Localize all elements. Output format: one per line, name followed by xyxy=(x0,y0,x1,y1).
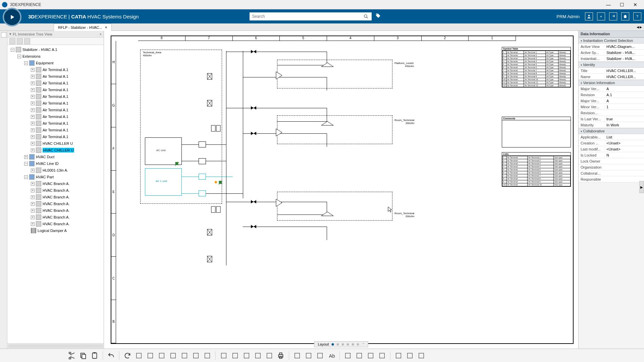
section-instantiation[interactable]: Instantiation Context Selection xyxy=(579,38,644,44)
search-input[interactable] xyxy=(250,12,360,20)
tree-panel-close[interactable]: × xyxy=(100,32,102,36)
tree-chiller-1[interactable]: +HVAC CHILLER U xyxy=(8,140,103,147)
tool-distribute[interactable] xyxy=(417,351,426,360)
tool-cut[interactable] xyxy=(67,351,76,360)
tree-chiller-2-selected[interactable]: +HVAC CHILLER U xyxy=(8,147,103,154)
tab-scroll-left[interactable]: ◀ xyxy=(637,25,639,29)
collapse-right-arrow[interactable]: ▶ xyxy=(639,181,644,193)
add-button[interactable]: + xyxy=(597,12,605,20)
tree-branch[interactable]: +HVAC Branch A. xyxy=(8,200,103,207)
tool-grid-settings[interactable] xyxy=(242,351,251,360)
prop-active-view[interactable]: Active ViewHVAC-Diagram... xyxy=(579,44,644,50)
compass-button[interactable] xyxy=(3,8,21,26)
junction-box[interactable] xyxy=(199,158,206,164)
prop-lock-owner[interactable]: Lock Owner xyxy=(579,158,644,164)
close-window-button[interactable]: ✕ xyxy=(629,0,642,9)
tree-root[interactable]: –Stabilizer - HVAC A.1 xyxy=(8,46,103,53)
tool-link[interactable] xyxy=(253,351,263,360)
prop-responsible[interactable]: Responsible xyxy=(579,176,644,182)
tree-tool-3[interactable] xyxy=(24,38,30,44)
junction-box[interactable] xyxy=(199,141,206,147)
layout-page-dot[interactable] xyxy=(342,343,344,346)
tab-close-button[interactable]: × xyxy=(105,25,107,30)
tool-view-fit[interactable] xyxy=(134,351,144,360)
tool-paste[interactable] xyxy=(90,351,99,360)
prop-active-system[interactable]: Active Sy...Stabilizer - HVA... xyxy=(579,50,644,56)
tree-branch[interactable]: +HVAC Branch A. xyxy=(8,221,103,227)
tool-format[interactable] xyxy=(343,351,353,360)
prop-revision-2[interactable]: Revision... xyxy=(579,110,644,116)
tree-damper[interactable]: Logical Damper A xyxy=(8,227,103,234)
junction-box[interactable] xyxy=(199,190,206,196)
tree-air-terminal[interactable]: +Air Terminal A.1 xyxy=(8,120,103,127)
section-identity[interactable]: Identity xyxy=(579,62,644,68)
tool-route[interactable] xyxy=(203,351,212,360)
share-button[interactable] xyxy=(609,12,617,20)
search-button[interactable] xyxy=(360,12,372,20)
tree-scrollbar[interactable] xyxy=(7,343,104,349)
tree-branch[interactable]: +HVAC Branch A. xyxy=(8,180,103,187)
tool-line-tool[interactable] xyxy=(355,351,364,360)
prop-organization[interactable]: Organization xyxy=(579,164,644,170)
tag-icon[interactable] xyxy=(375,13,381,20)
tree-line-id[interactable]: –HVAC Line ID xyxy=(8,160,103,167)
tree-air-terminal[interactable]: +Air Terminal A.1 xyxy=(8,86,103,93)
prop-instantiation[interactable]: Instantiati...Stabilizer - HVA... xyxy=(579,56,644,62)
tree-air-terminal[interactable]: +Air Terminal A.1 xyxy=(8,100,103,107)
layout-expand-icon[interactable]: ⌃ xyxy=(362,343,365,346)
tree-extensions[interactable]: –Extensions xyxy=(8,53,103,60)
tree-air-terminal[interactable]: +Air Terminal A.1 xyxy=(8,133,103,140)
tool-align-nodes[interactable] xyxy=(180,351,189,360)
tree-air-terminal[interactable]: +Air Terminal A.1 xyxy=(8,93,103,100)
tool-show-hide[interactable] xyxy=(304,351,313,360)
tree-equipment[interactable]: –Equipment xyxy=(8,60,103,66)
prop-last-modified[interactable]: Last modif...<Unset> xyxy=(579,146,644,152)
tool-align[interactable] xyxy=(405,351,415,360)
tool-find[interactable] xyxy=(315,351,325,360)
tool-vertical-line[interactable] xyxy=(219,351,228,360)
section-version[interactable]: Version Information xyxy=(579,80,644,86)
tree-air-terminal[interactable]: +Air Terminal A.1 xyxy=(8,113,103,120)
minimize-button[interactable]: — xyxy=(602,0,615,9)
junction-box[interactable] xyxy=(199,174,206,180)
tree-tool-1[interactable] xyxy=(9,38,15,44)
prop-revision[interactable]: RevisionA.1 xyxy=(579,92,644,98)
prop-is-locked[interactable]: Is LockedN xyxy=(579,152,644,158)
maximize-button[interactable]: ☐ xyxy=(615,0,629,9)
tree-air-terminal[interactable]: +Air Terminal A.1 xyxy=(8,127,103,133)
prop-collaborative[interactable]: Collaborat... xyxy=(579,170,644,176)
tab-scroll-right[interactable]: ▶ xyxy=(640,25,642,29)
layout-page-dot[interactable] xyxy=(352,343,354,346)
tool-text[interactable]: Abc xyxy=(327,351,336,360)
tree-air-terminal[interactable]: +Air Terminal A.1 xyxy=(8,66,103,73)
tree-branch[interactable]: +HVAC Branch A. xyxy=(8,187,103,194)
tool-dimension[interactable] xyxy=(377,351,387,360)
layout-page-dot[interactable] xyxy=(357,343,359,346)
section-collaborative[interactable]: Collaborative xyxy=(579,128,644,134)
tree-duct[interactable]: +HVAC Duct xyxy=(8,154,103,160)
diagram-canvas[interactable]: 87654321 HGFEDCB Technical_Area400cfm Pl… xyxy=(104,31,578,349)
tree-branch[interactable]: +HVAC Branch A. xyxy=(8,194,103,200)
tool-sheet-view[interactable] xyxy=(146,351,155,360)
prop-major-ver-2[interactable]: Major Ver...A xyxy=(579,98,644,104)
tree-hl-item[interactable]: +HL0001-13in A. xyxy=(8,167,103,174)
tree-part[interactable]: –HVAC Part xyxy=(8,174,103,180)
prop-applicable[interactable]: Applicable...List xyxy=(579,134,644,140)
layout-page-dot[interactable] xyxy=(337,343,339,346)
home-button[interactable] xyxy=(621,12,629,20)
tool-rotate[interactable] xyxy=(191,351,201,360)
tool-print[interactable] xyxy=(276,351,285,360)
tree-air-terminal[interactable]: +Air Terminal A.1 xyxy=(8,73,103,80)
tree-tool-2[interactable] xyxy=(17,38,23,44)
prop-major-ver[interactable]: Major Ver...A xyxy=(579,86,644,92)
tool-image[interactable] xyxy=(366,351,375,360)
tool-layers[interactable] xyxy=(292,351,302,360)
tree-branch[interactable]: +HVAC Branch A. xyxy=(8,214,103,221)
tool-link2[interactable] xyxy=(265,351,274,360)
side-toggle-icon[interactable] xyxy=(1,32,6,38)
layout-page-dot[interactable] xyxy=(347,343,349,346)
prop-creation[interactable]: Creation ...<Unset> xyxy=(579,140,644,146)
document-tab[interactable]: RFLP - Stabilizer - HVAC... × xyxy=(54,23,112,31)
tool-group[interactable] xyxy=(168,351,178,360)
tree-air-terminal[interactable]: +Air Terminal A.1 xyxy=(8,80,103,86)
